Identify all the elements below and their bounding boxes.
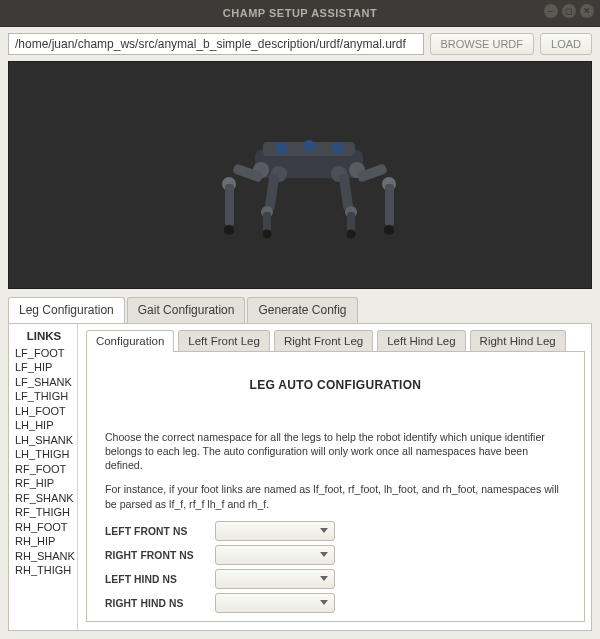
- chevron-down-icon: [320, 600, 328, 605]
- tab-generate-config[interactable]: Generate Config: [247, 297, 357, 323]
- close-icon[interactable]: ✕: [580, 4, 594, 18]
- row-right-hind-ns: RIGHT HIND NS: [105, 593, 566, 613]
- tab-right-front-leg[interactable]: Right Front Leg: [274, 330, 373, 352]
- svg-rect-14: [385, 184, 394, 226]
- auto-config-desc-2: For instance, if your foot links are nam…: [105, 482, 566, 511]
- list-item[interactable]: RF_THIGH: [15, 505, 75, 520]
- load-button[interactable]: LOAD: [540, 33, 592, 55]
- right-column: Configuration Left Front Leg Right Front…: [78, 324, 591, 630]
- maximize-icon[interactable]: ◻: [562, 4, 576, 18]
- tab-left-hind-leg[interactable]: Left Hind Leg: [377, 330, 465, 352]
- list-item[interactable]: LH_FOOT: [15, 404, 75, 419]
- row-right-front-ns: RIGHT FRONT NS: [105, 545, 566, 565]
- label-right-hind-ns: RIGHT HIND NS: [105, 598, 215, 609]
- list-item[interactable]: LH_THIGH: [15, 447, 75, 462]
- list-item[interactable]: LH_SHANK: [15, 433, 75, 448]
- svg-point-5: [331, 142, 343, 154]
- browse-urdf-button[interactable]: BROWSE URDF: [430, 33, 535, 55]
- row-left-hind-ns: LEFT HIND NS: [105, 569, 566, 589]
- chevron-down-icon: [320, 552, 328, 557]
- list-item[interactable]: LF_FOOT: [15, 346, 75, 361]
- combo-right-hind-ns[interactable]: [215, 593, 335, 613]
- list-item[interactable]: LF_SHANK: [15, 375, 75, 390]
- combo-right-front-ns[interactable]: [215, 545, 335, 565]
- label-right-front-ns: RIGHT FRONT NS: [105, 550, 215, 561]
- chevron-down-icon: [320, 576, 328, 581]
- tab-configuration[interactable]: Configuration: [86, 330, 174, 352]
- tab-leg-configuration[interactable]: Leg Configuration: [8, 297, 125, 323]
- label-left-front-ns: LEFT FRONT NS: [105, 526, 215, 537]
- list-item[interactable]: RH_THIGH: [15, 563, 75, 578]
- chevron-down-icon: [320, 528, 328, 533]
- svg-point-15: [384, 225, 394, 235]
- list-item[interactable]: RF_FOOT: [15, 462, 75, 477]
- window-controls: – ◻ ✕: [544, 4, 594, 18]
- svg-point-3: [275, 142, 287, 154]
- list-item[interactable]: RH_FOOT: [15, 520, 75, 535]
- list-item[interactable]: RH_HIP: [15, 534, 75, 549]
- svg-point-4: [303, 140, 315, 152]
- row-left-front-ns: LEFT FRONT NS: [105, 521, 566, 541]
- svg-point-25: [347, 230, 356, 239]
- configuration-subpanel: LEG AUTO CONFIGURATION Choose the correc…: [86, 351, 585, 622]
- tab-right-hind-leg[interactable]: Right Hind Leg: [470, 330, 566, 352]
- svg-rect-19: [263, 212, 271, 232]
- list-item[interactable]: RH_SHANK: [15, 549, 75, 564]
- leg-config-panel: LINKS LF_FOOTLF_HIPLF_SHANKLF_THIGHLH_FO…: [8, 323, 592, 631]
- list-item[interactable]: RF_SHANK: [15, 491, 75, 506]
- svg-point-20: [263, 230, 272, 239]
- robot-render: [9, 62, 591, 289]
- titlebar: CHAMP SETUP ASSISTANT – ◻ ✕: [0, 0, 600, 26]
- combo-left-hind-ns[interactable]: [215, 569, 335, 589]
- list-item[interactable]: LF_HIP: [15, 360, 75, 375]
- window-body: BROWSE URDF LOAD: [0, 26, 600, 639]
- links-title: LINKS: [13, 328, 75, 346]
- top-row: BROWSE URDF LOAD: [8, 33, 592, 55]
- svg-rect-9: [225, 184, 234, 226]
- auto-config-title: LEG AUTO CONFIGURATION: [105, 378, 566, 392]
- list-item[interactable]: RF_HIP: [15, 476, 75, 491]
- label-left-hind-ns: LEFT HIND NS: [105, 574, 215, 585]
- urdf-path-input[interactable]: [8, 33, 424, 55]
- svg-point-10: [224, 225, 234, 235]
- list-item[interactable]: LH_HIP: [15, 418, 75, 433]
- window-title: CHAMP SETUP ASSISTANT: [223, 7, 377, 19]
- tab-gait-configuration[interactable]: Gait Configuration: [127, 297, 246, 323]
- links-list[interactable]: LF_FOOTLF_HIPLF_SHANKLF_THIGHLH_FOOTLH_H…: [13, 346, 75, 578]
- svg-rect-24: [347, 212, 355, 232]
- minimize-icon[interactable]: –: [544, 4, 558, 18]
- outer-tabs: Leg Configuration Gait Configuration Gen…: [8, 297, 592, 323]
- robot-3d-viewer[interactable]: [8, 61, 592, 289]
- auto-config-desc-1: Choose the correct namespace for all the…: [105, 430, 566, 473]
- combo-left-front-ns[interactable]: [215, 521, 335, 541]
- list-item[interactable]: LF_THIGH: [15, 389, 75, 404]
- links-column: LINKS LF_FOOTLF_HIPLF_SHANKLF_THIGHLH_FO…: [9, 324, 78, 630]
- inner-tabs: Configuration Left Front Leg Right Front…: [86, 330, 585, 352]
- tab-left-front-leg[interactable]: Left Front Leg: [178, 330, 270, 352]
